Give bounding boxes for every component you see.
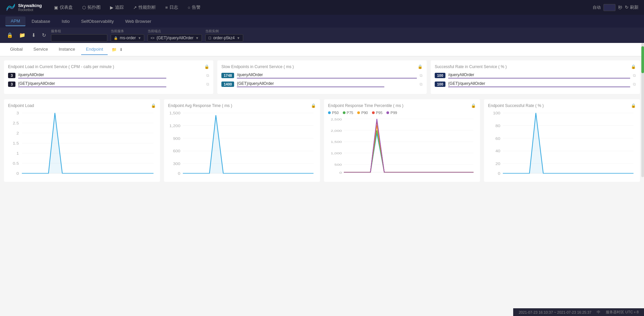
card-successful-rate: Successful Rate in Current Service ( % )… bbox=[431, 60, 640, 94]
chart-percentile-area: 2,500 2,000 1,500 1,000 500 0 bbox=[328, 117, 476, 175]
nav-web-browser[interactable]: Web Browser bbox=[120, 17, 157, 26]
folder-icon[interactable]: 📁 bbox=[18, 31, 27, 40]
endpoint-name-2: {GET}/queryAllOrder bbox=[18, 81, 204, 86]
card-endpoint-load: Endpoint Load in Current Service ( CPM -… bbox=[4, 60, 213, 94]
top-navigation: Skywalking Rocketbot ▣ 仪表盘 ⬡ 拓扑图 ▶ 追踪 ↗ … bbox=[0, 0, 644, 15]
legend-p95: P95 bbox=[372, 111, 383, 115]
svg-text:0: 0 bbox=[16, 172, 19, 175]
endpoint-badge-2: 3 bbox=[8, 82, 15, 87]
interval-input[interactable]: 6 bbox=[603, 4, 615, 11]
current-service-selector: 当前服务 🔒 ms-order ▼ bbox=[111, 29, 144, 42]
svg-text:0: 0 bbox=[339, 171, 342, 174]
service-group-dropdown[interactable] bbox=[51, 34, 107, 42]
chevron-down-icon: ▼ bbox=[237, 36, 240, 40]
main-nav-items: ▣ 仪表盘 ⬡ 拓扑图 ▶ 追踪 ↗ 性能剖析 ≡ 日志 ○ 告警 bbox=[50, 2, 593, 12]
card-successful-rate-header: Successful Rate in Current Service ( % )… bbox=[435, 64, 636, 69]
slow-badge-2: 1400 bbox=[221, 82, 234, 87]
chevron-down-icon: ▼ bbox=[138, 36, 141, 40]
nav-dashboard[interactable]: ▣ 仪表盘 bbox=[50, 2, 77, 12]
legend-p99: P99 bbox=[386, 111, 397, 115]
dashboard-icon: ▣ bbox=[54, 5, 58, 10]
card-lock-icon-3: 🔒 bbox=[631, 64, 636, 69]
tab-download-icon[interactable]: ⬇ bbox=[119, 47, 123, 52]
copy-icon-5[interactable]: ⧉ bbox=[633, 73, 636, 78]
lock-icon[interactable]: 🔒 bbox=[5, 31, 14, 40]
current-service-dropdown[interactable]: 🔒 ms-order ▼ bbox=[111, 34, 144, 42]
scrollbar[interactable] bbox=[641, 43, 644, 177]
logo: Skywalking Rocketbot bbox=[5, 2, 42, 13]
svg-text:1,200: 1,200 bbox=[169, 124, 181, 128]
current-endpoint-dropdown[interactable]: <> {GET}/queryAllOrder ▼ bbox=[148, 34, 202, 42]
current-endpoint-value: {GET}/queryAllOrder bbox=[157, 36, 194, 40]
tab-global[interactable]: Global bbox=[5, 44, 28, 55]
nav-performance[interactable]: ↗ 性能剖析 bbox=[129, 2, 160, 12]
svg-text:0.5: 0.5 bbox=[13, 162, 19, 165]
card-successful-rate-title: Successful Rate in Current Service ( % ) bbox=[435, 64, 507, 69]
legend-dot-p90 bbox=[357, 111, 360, 114]
performance-icon: ↗ bbox=[133, 5, 137, 10]
chart-lock-icon-1: 🔒 bbox=[151, 103, 156, 108]
nav-self-observability[interactable]: SelfObservability bbox=[76, 17, 119, 26]
alert-icon: ○ bbox=[187, 5, 190, 10]
download-icon[interactable]: ⬇ bbox=[30, 31, 37, 40]
second-navigation: APM Database Istio SelfObservability Web… bbox=[0, 15, 644, 28]
current-service-value: ms-order bbox=[120, 36, 136, 40]
endpoint-item-1: 3 /queryAllOrder ⧉ bbox=[8, 72, 209, 78]
current-instance-selector: 当前实例 ☐ order-p5kz4 ▼ bbox=[205, 29, 243, 42]
chart-avg-response-area: 1,500 1,200 900 600 300 0 bbox=[168, 111, 316, 178]
rate-badge-2: 100 bbox=[435, 82, 445, 87]
nav-alert[interactable]: ○ 告警 bbox=[183, 2, 205, 12]
nav-istio[interactable]: Istio bbox=[56, 17, 75, 26]
language-selector[interactable]: 中 bbox=[597, 310, 600, 315]
refresh-button[interactable]: ↻ 刷新 bbox=[625, 4, 639, 10]
legend-dot-p75 bbox=[343, 111, 345, 114]
endpoint-name-1: /queryAllOrder bbox=[18, 72, 204, 77]
scrollbar-thumb[interactable] bbox=[641, 46, 644, 73]
chart-percentile: Endpoint Response Time Percentile ( ms )… bbox=[324, 99, 480, 182]
bottom-bar: 2021-07-23 16:10:37 ~ 2021-07-23 16:25:3… bbox=[513, 308, 644, 316]
chart-avg-response-title: Endpoint Avg Response Time ( ms ) bbox=[168, 103, 232, 108]
nav-trace[interactable]: ▶ 追踪 bbox=[106, 2, 128, 12]
service-group-input[interactable] bbox=[54, 36, 104, 40]
legend-p50: P50 bbox=[328, 111, 339, 115]
copy-icon-1[interactable]: ⧉ bbox=[206, 73, 209, 78]
nav-topology[interactable]: ⬡ 拓扑图 bbox=[78, 2, 105, 12]
slow-endpoint-name-2: {GET}/queryAllOrder bbox=[237, 81, 417, 86]
legend-p75: P75 bbox=[343, 111, 354, 115]
card-endpoint-load-header: Endpoint Load in Current Service ( CPM -… bbox=[8, 64, 209, 69]
copy-icon-2[interactable]: ⧉ bbox=[206, 82, 209, 87]
svg-text:2,500: 2,500 bbox=[331, 117, 342, 121]
svg-text:0: 0 bbox=[498, 172, 500, 175]
slow-endpoint-item-1: 1748 /queryAllOrder ⧉ bbox=[221, 72, 423, 78]
chart-endpoint-load: Endpoint Load 🔒 3 2.5 2 1.5 1 0.5 0 bbox=[4, 99, 160, 182]
tab-folder-icon[interactable]: 📁 bbox=[112, 47, 117, 52]
tab-bar: Global Service Instance Endpoint 📁 ⬇ bbox=[0, 43, 644, 56]
nav-database[interactable]: Database bbox=[26, 17, 56, 26]
svg-text:0: 0 bbox=[178, 172, 180, 175]
nav-log[interactable]: ≡ 日志 bbox=[161, 2, 182, 12]
svg-text:1,500: 1,500 bbox=[331, 140, 342, 144]
service-group-selector: 服务组 bbox=[51, 29, 107, 42]
nav-apm[interactable]: APM bbox=[5, 16, 25, 26]
svg-text:1: 1 bbox=[16, 152, 19, 155]
reload-icon[interactable]: ↻ bbox=[41, 31, 48, 40]
chart-successful-rate: Endpoint Successful Rate ( % ) 🔒 100 80 … bbox=[484, 99, 640, 182]
tab-service[interactable]: Service bbox=[29, 44, 53, 55]
svg-text:3: 3 bbox=[16, 111, 19, 115]
charts-row: Endpoint Load 🔒 3 2.5 2 1.5 1 0.5 0 bbox=[4, 99, 640, 182]
toolbar: 🔒 📁 ⬇ ↻ 服务组 当前服务 🔒 ms-order ▼ 当前端点 <> {G… bbox=[0, 28, 644, 43]
copy-icon-4[interactable]: ⧉ bbox=[420, 82, 423, 87]
current-instance-dropdown[interactable]: ☐ order-p5kz4 ▼ bbox=[205, 34, 243, 42]
legend-dot-p95 bbox=[372, 111, 375, 114]
tab-endpoint[interactable]: Endpoint bbox=[81, 44, 108, 55]
card-lock-icon-2: 🔒 bbox=[418, 64, 423, 69]
chart-percentile-title: Endpoint Response Time Percentile ( ms ) bbox=[328, 103, 404, 108]
svg-text:600: 600 bbox=[173, 149, 181, 153]
copy-icon-3[interactable]: ⧉ bbox=[420, 73, 423, 78]
chart-percentile-legend: P50 P75 P90 P95 P99 bbox=[328, 111, 476, 115]
copy-icon-6[interactable]: ⧉ bbox=[633, 82, 636, 87]
current-endpoint-label: 当前端点 bbox=[148, 29, 202, 34]
svg-marker-52 bbox=[503, 113, 634, 173]
timezone-label: 服务器时区 UTC＋8 bbox=[606, 310, 639, 315]
tab-instance[interactable]: Instance bbox=[54, 44, 80, 55]
